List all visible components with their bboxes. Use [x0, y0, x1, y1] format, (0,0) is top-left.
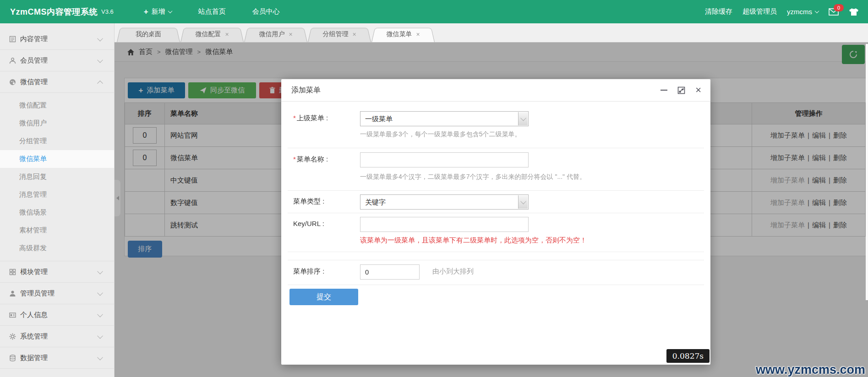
menu-order-note: 由小到大排列: [432, 267, 474, 276]
sidebar-item-message-manage[interactable]: 消息管理: [0, 186, 114, 204]
tshirt-icon: [849, 8, 859, 16]
add-menu-dialog: 添加菜单 × *上级菜单 : 一级菜单 一级菜单最多3个，每个一级菜单最多包含5: [281, 79, 710, 365]
sidebar-item-content[interactable]: 内容管理: [0, 28, 114, 50]
sidebar-item-material-manage[interactable]: 素材管理: [0, 221, 114, 239]
gear-icon: [9, 333, 16, 340]
wechat-submenu: 微信配置 微信用户 分组管理 微信菜单 消息回复 消息管理 微信场景 素材管理 …: [0, 93, 114, 261]
menu-type-label: 菜单类型 :: [293, 197, 324, 206]
parent-menu-label: *上级菜单 :: [293, 114, 328, 123]
close-icon[interactable]: ×: [352, 31, 356, 38]
role-label: 超级管理员: [742, 7, 777, 16]
select-arrow-icon: [518, 195, 528, 209]
dialog-title: 添加菜单: [291, 86, 321, 95]
menu-name-label: *菜单名称 :: [293, 155, 328, 164]
chevron-down-icon: [97, 290, 103, 296]
chevron-down-icon: [97, 268, 103, 274]
sidebar-item-admins[interactable]: 管理员管理: [0, 283, 114, 304]
sidebar-item-wechat-config[interactable]: 微信配置: [0, 97, 114, 114]
sidebar-item-group-manage[interactable]: 分组管理: [0, 132, 114, 150]
wechat-icon: [9, 79, 16, 86]
content-icon: [9, 36, 16, 43]
sidebar-item-database[interactable]: 数据管理: [0, 347, 114, 369]
topbar-member-center[interactable]: 会员中心: [252, 7, 280, 16]
tab-wechat-menu[interactable]: 微信菜单 ×: [371, 26, 435, 42]
topbar-right: 清除缓存 超级管理员 yzmcms 0: [705, 7, 859, 16]
chevron-down-icon: [97, 311, 103, 317]
mail-badge: 0: [834, 4, 844, 11]
topbar-add-label: 新增: [152, 7, 165, 16]
keyurl-label: Key/URL :: [293, 220, 324, 227]
plus-icon: +: [144, 7, 148, 16]
parent-menu-select[interactable]: 一级菜单: [360, 111, 529, 126]
grid-icon: [9, 269, 16, 275]
topbar-site-home[interactable]: 站点首页: [198, 7, 226, 16]
menu-type-select[interactable]: 关键字: [360, 194, 529, 210]
sidebar-item-wechat-menu[interactable]: 微信菜单: [0, 150, 114, 168]
app-version: V3.6: [101, 8, 114, 15]
tab-bar: 我的桌面 微信配置 × 微信用户 × 分组管理 × 微信菜单 ×: [115, 23, 868, 43]
clear-cache-button[interactable]: 清除缓存: [705, 7, 732, 16]
select-arrow-icon: [518, 112, 528, 125]
tab-my-desktop[interactable]: 我的桌面: [117, 26, 180, 42]
menu-name-input[interactable]: [360, 152, 529, 167]
sidebar-item-wechat-scene[interactable]: 微信场景: [0, 204, 114, 221]
sidebar-item-system[interactable]: 系统管理: [0, 326, 114, 347]
app: YzmCMS内容管理系统 V3.6 + 新增 站点首页 会员中心 清除缓存 超级…: [0, 0, 868, 377]
tab-wechat-config[interactable]: 微信配置 ×: [180, 26, 244, 42]
chevron-down-icon: [168, 9, 172, 13]
sidebar-item-wechat[interactable]: 微信管理: [0, 71, 114, 93]
dialog-header[interactable]: 添加菜单 ×: [281, 79, 710, 102]
chevron-down-icon: [97, 333, 103, 339]
user-menu[interactable]: yzmcms: [787, 8, 819, 16]
menu-order-input[interactable]: [360, 264, 420, 280]
close-icon[interactable]: ×: [416, 31, 420, 38]
topbar: YzmCMS内容管理系统 V3.6 + 新增 站点首页 会员中心 清除缓存 超级…: [0, 0, 868, 23]
close-icon[interactable]: ×: [695, 85, 701, 95]
chevron-down-icon: [97, 354, 103, 360]
theme-button[interactable]: [849, 8, 859, 16]
scrollbar[interactable]: [866, 44, 868, 300]
close-icon[interactable]: ×: [289, 31, 292, 38]
sidebar-item-modules[interactable]: 模块管理: [0, 261, 114, 283]
username-label: yzmcms: [787, 8, 812, 16]
chevron-down-icon: [815, 9, 819, 13]
minimize-icon[interactable]: [661, 90, 667, 91]
user-icon: [9, 57, 16, 64]
sidebar-item-mass-send[interactable]: 高级群发: [0, 239, 114, 257]
submit-button[interactable]: 提交: [289, 289, 358, 305]
menu-name-hint: 一级菜单最多4个汉字，二级菜单最多7个汉字，多出来的部分将会以 "..." 代替…: [360, 173, 586, 181]
sidebar-item-profile[interactable]: 个人信息: [0, 304, 114, 326]
chevron-up-icon: [97, 80, 103, 86]
sidebar-item-members[interactable]: 会员管理: [0, 50, 114, 71]
chevron-down-icon: [97, 35, 103, 41]
sidebar-item-message-reply[interactable]: 消息回复: [0, 168, 114, 186]
topbar-nav: + 新增 站点首页 会员中心: [144, 7, 280, 16]
tab-wechat-users[interactable]: 微信用户 ×: [244, 26, 307, 42]
sidebar-item-wechat-users[interactable]: 微信用户: [0, 114, 114, 132]
keyurl-warning: 该菜单为一级菜单，且该菜单下有二级菜单时，此选项为空，否则不为空！: [360, 236, 587, 245]
keyurl-input[interactable]: [360, 217, 529, 232]
execution-time-badge: 0.0827s: [666, 349, 710, 363]
sidebar: 内容管理 会员管理 微信管理 微信配置 微信用户 分组管理: [0, 23, 115, 377]
parent-menu-hint: 一级菜单最多3个，每个一级菜单最多包含5个二级菜单。: [360, 130, 521, 139]
app-title: YzmCMS内容管理系统: [10, 6, 98, 17]
topbar-add-menu[interactable]: + 新增: [144, 7, 172, 16]
id-card-icon: [9, 312, 16, 318]
database-icon: [9, 355, 16, 361]
menu-order-label: 菜单排序 :: [293, 267, 324, 276]
messages-button[interactable]: 0: [829, 8, 839, 16]
close-icon[interactable]: ×: [225, 31, 229, 38]
tab-group-manage[interactable]: 分组管理 ×: [308, 26, 371, 42]
chevron-down-icon: [97, 57, 103, 63]
site-watermark: www.yzmcms.com: [756, 363, 865, 377]
admin-icon: [9, 290, 16, 297]
maximize-icon[interactable]: [677, 86, 685, 94]
